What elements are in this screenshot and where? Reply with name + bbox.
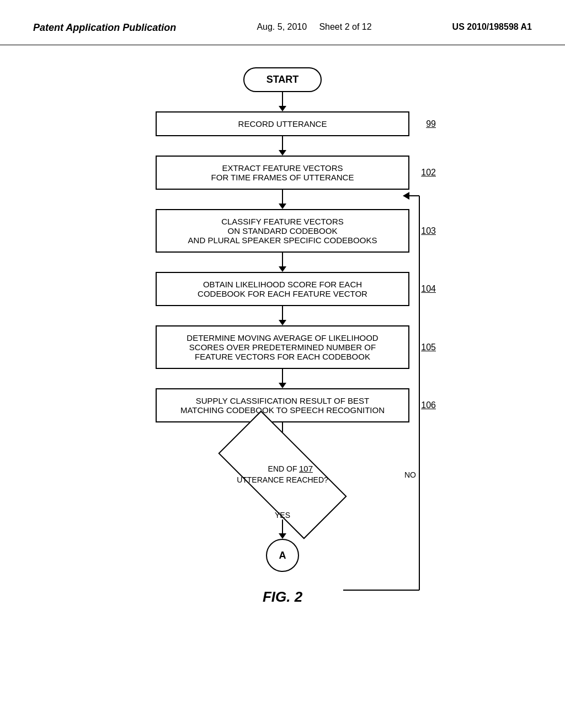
no-label: NO xyxy=(404,470,416,479)
ref-107-yes-row: 107 YES xyxy=(156,508,409,520)
step-104-box: OBTAIN LIKELIHOOD SCORE FOR EACHCODEBOOK… xyxy=(156,272,409,306)
start-label: START xyxy=(266,74,299,85)
step-103-box: CLASSIFY FEATURE VECTORSON STANDARD CODE… xyxy=(156,209,409,253)
step-106-row: SUPPLY CLASSIFICATION RESULT OF BESTMATC… xyxy=(156,388,409,422)
publication-date: Aug. 5, 2010 xyxy=(257,22,307,31)
diamond-107-wrapper: END OFUTTERANCE REACHED? xyxy=(211,442,354,508)
publication-title: Patent Application Publication xyxy=(33,22,176,34)
step-104-row: OBTAIN LIKELIHOOD SCORE FOR EACHCODEBOOK… xyxy=(156,272,409,306)
ref-103: 103 xyxy=(421,226,436,236)
diamond-107-text: END OFUTTERANCE REACHED? xyxy=(237,464,328,485)
step-102-row: EXTRACT FEATURE VECTORSFOR TIME FRAMES O… xyxy=(156,156,409,190)
main-content: START RECORD UTTERANCE 99 EXTRACT FEATUR… xyxy=(0,45,565,628)
ref-102: 102 xyxy=(421,168,436,178)
arrow-2 xyxy=(279,136,286,156)
arrow-1 xyxy=(279,92,286,111)
start-row: START xyxy=(243,67,322,92)
arrow-6 xyxy=(279,369,286,388)
step-99-text: RECORD UTTERANCE xyxy=(238,119,327,129)
sheet-info: Sheet 2 of 12 xyxy=(319,22,371,31)
start-shape: START xyxy=(243,67,322,92)
ref-99: 99 xyxy=(426,119,436,129)
page-header: Patent Application Publication Aug. 5, 2… xyxy=(0,0,565,45)
arrow-5 xyxy=(279,306,286,325)
figure-caption: FIG. 2 xyxy=(263,588,302,606)
step-105-row: DETERMINE MOVING AVERAGE OF LIKELIHOODSC… xyxy=(156,325,409,369)
ref-105: 105 xyxy=(421,342,436,352)
yes-label: YES xyxy=(275,511,290,520)
circle-a: A xyxy=(266,539,299,572)
step-105-text: DETERMINE MOVING AVERAGE OF LIKELIHOODSC… xyxy=(186,333,378,361)
circle-a-label: A xyxy=(279,550,286,561)
header-date-sheet: Aug. 5, 2010 Sheet 2 of 12 xyxy=(257,22,371,32)
step-102-box: EXTRACT FEATURE VECTORSFOR TIME FRAMES O… xyxy=(156,156,409,190)
arrow-4 xyxy=(279,253,286,272)
step-99-box: RECORD UTTERANCE 99 xyxy=(156,111,409,136)
diamond-107-row: END OFUTTERANCE REACHED? NO xyxy=(33,442,532,508)
flowchart: START RECORD UTTERANCE 99 EXTRACT FEATUR… xyxy=(33,67,532,572)
circle-a-row: A xyxy=(266,539,299,572)
arrow-8 xyxy=(279,520,286,539)
step-102-text: EXTRACT FEATURE VECTORSFOR TIME FRAMES O… xyxy=(211,163,354,182)
step-105-box: DETERMINE MOVING AVERAGE OF LIKELIHOODSC… xyxy=(156,325,409,369)
patent-number: US 2010/198598 A1 xyxy=(452,22,532,32)
step-106-text: SUPPLY CLASSIFICATION RESULT OF BESTMATC… xyxy=(180,396,385,415)
step-99-row: RECORD UTTERANCE 99 xyxy=(156,111,409,136)
step-103-text: CLASSIFY FEATURE VECTORSON STANDARD CODE… xyxy=(188,217,377,245)
ref-106: 106 xyxy=(421,400,436,410)
ref-104: 104 xyxy=(421,284,436,294)
arrow-3 xyxy=(279,190,286,209)
step-103-row: CLASSIFY FEATURE VECTORSON STANDARD CODE… xyxy=(156,209,409,253)
step-106-box: SUPPLY CLASSIFICATION RESULT OF BESTMATC… xyxy=(156,388,409,422)
step-104-text: OBTAIN LIKELIHOOD SCORE FOR EACHCODEBOOK… xyxy=(198,280,367,298)
